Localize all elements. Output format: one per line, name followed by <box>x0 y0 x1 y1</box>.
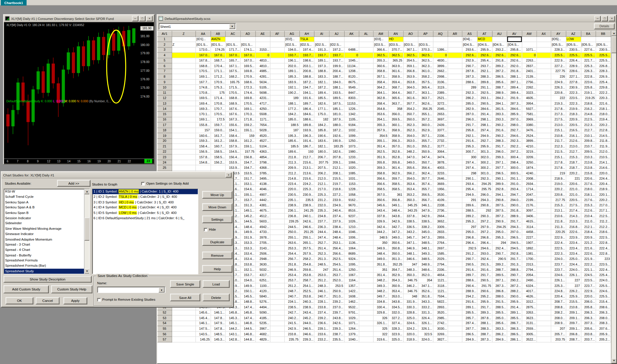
cell[interactable]: 347.1... <box>403 240 418 246</box>
cell[interactable]: 300.4... <box>507 154 522 160</box>
cell[interactable]: 147.8... <box>211 326 226 331</box>
cell[interactable] <box>172 106 196 111</box>
cell[interactable]: 353.4... <box>403 187 418 192</box>
duplicate-button[interactable]: Duplicate <box>202 238 233 246</box>
cell[interactable]: 358.5... <box>388 181 403 186</box>
cell[interactable]: 186.4... <box>299 106 314 111</box>
cell[interactable]: 290.3... <box>477 213 492 219</box>
cell[interactable]: 209.1... <box>329 160 344 165</box>
cell[interactable]: 294.25 <box>477 181 492 186</box>
cell[interactable] <box>448 235 462 240</box>
cell[interactable] <box>172 96 196 101</box>
cell[interactable]: 291.75 <box>477 283 492 288</box>
cell[interactable]: 192.6... <box>329 133 344 138</box>
cell[interactable]: 347.3... <box>418 235 433 240</box>
cell[interactable] <box>448 192 462 197</box>
cell[interactable]: 213.1... <box>299 165 314 171</box>
cell[interactable]: 192.1... <box>285 85 300 90</box>
cancel-button[interactable]: Cancel <box>36 297 60 304</box>
cell[interactable] <box>172 321 196 326</box>
cell[interactable]: 228.3... <box>596 69 611 74</box>
cell[interactable]: 294.5... <box>507 246 522 251</box>
cell[interactable]: 349.0... <box>388 235 403 240</box>
cell[interactable]: 159.0... <box>211 127 226 133</box>
cell[interactable]: 214.1... <box>596 160 611 165</box>
cell[interactable]: 2736... <box>433 208 448 213</box>
cell[interactable]: 236.3... <box>314 224 329 229</box>
cell[interactable] <box>359 224 373 229</box>
cell[interactable]: 226.1... <box>566 273 581 278</box>
cell[interactable]: 206.3... <box>596 310 611 315</box>
cell[interactable]: 291.8... <box>492 58 507 63</box>
cell[interactable]: 290.5 <box>492 256 507 262</box>
cell[interactable] <box>537 310 551 315</box>
cell[interactable]: 145.6... <box>196 310 211 315</box>
cell[interactable]: 212.8... <box>596 127 611 133</box>
cell[interactable]: 9162... <box>344 197 359 203</box>
cell[interactable]: 225.8... <box>581 85 596 90</box>
cell[interactable]: 252.0... <box>329 278 344 283</box>
cell[interactable]: 356.6... <box>374 181 389 186</box>
cell[interactable]: 253.7... <box>285 278 300 283</box>
cell[interactable]: 288.0... <box>492 294 507 299</box>
cell[interactable]: 288.3... <box>492 138 507 144</box>
cell[interactable]: 301.3... <box>477 149 492 154</box>
cell[interactable]: 362.5... <box>418 58 433 63</box>
cell[interactable]: 2893... <box>433 305 448 310</box>
cell[interactable]: 238.9... <box>285 203 300 208</box>
cell[interactable]: 4250... <box>255 106 270 111</box>
cell[interactable]: 225.5... <box>596 58 611 63</box>
save-single-button[interactable]: Save Single <box>170 280 200 288</box>
cell[interactable]: 295.2... <box>477 294 492 299</box>
cell[interactable]: 359.7... <box>388 176 403 181</box>
cell[interactable]: 174.4... <box>240 90 255 95</box>
cell[interactable]: [ID2.S... <box>329 42 344 47</box>
cell[interactable]: 3978... <box>255 235 270 240</box>
cell[interactable]: 326.1... <box>418 321 433 326</box>
cell[interactable]: 184.6... <box>299 112 314 117</box>
cell[interactable] <box>270 112 284 117</box>
cell[interactable]: 167.0... <box>240 52 255 58</box>
cell[interactable]: 300 <box>462 154 477 160</box>
cell[interactable] <box>537 203 551 208</box>
cell[interactable]: 222.3... <box>566 90 581 95</box>
cell[interactable]: 297.4... <box>477 127 492 133</box>
cell[interactable]: 153.4... <box>240 251 255 256</box>
cell[interactable]: 160.6... <box>196 133 211 138</box>
cell[interactable]: 222.2... <box>596 90 611 95</box>
cell[interactable]: 351 <box>374 267 389 272</box>
cell[interactable]: 348.4... <box>388 208 403 213</box>
cell[interactable]: 289.5... <box>492 273 507 278</box>
cell[interactable]: 284.6... <box>477 106 492 111</box>
cell[interactable]: 228.6... <box>566 69 581 74</box>
cell[interactable]: 2837... <box>522 63 537 69</box>
cell[interactable]: 357.5... <box>418 79 433 85</box>
row-header[interactable]: 19 <box>157 133 172 138</box>
cell[interactable]: 325.0... <box>388 337 403 342</box>
cell[interactable]: 4654... <box>433 273 448 278</box>
cell[interactable]: 153.9... <box>226 160 240 165</box>
cell[interactable]: 1892... <box>522 246 537 251</box>
column-header[interactable]: AB <box>211 31 226 36</box>
cell[interactable]: 338.5... <box>403 219 418 224</box>
column-header[interactable]: AD <box>240 31 255 36</box>
cell[interactable] <box>522 42 537 47</box>
cell[interactable] <box>270 171 284 176</box>
cell[interactable]: 239.2... <box>329 299 344 305</box>
cell[interactable]: 212.6... <box>581 208 596 213</box>
cell[interactable]: 184.0... <box>329 79 344 85</box>
cell[interactable]: 175.3... <box>211 85 226 90</box>
cell[interactable] <box>172 112 196 117</box>
cell[interactable] <box>522 36 537 42</box>
cell[interactable]: 346.2... <box>403 283 418 288</box>
cell[interactable]: 2653... <box>433 112 448 117</box>
cell[interactable]: 1066... <box>344 160 359 165</box>
cell[interactable]: 290.6... <box>477 288 492 294</box>
cell[interactable] <box>448 310 462 315</box>
cell[interactable]: 238.7... <box>329 331 344 337</box>
cell[interactable]: 3250... <box>522 160 537 165</box>
cell[interactable]: 1058... <box>344 192 359 197</box>
cell[interactable]: 220.6... <box>566 181 581 186</box>
cell[interactable]: 222.4... <box>596 267 611 272</box>
cell[interactable]: 363.7... <box>388 101 403 106</box>
